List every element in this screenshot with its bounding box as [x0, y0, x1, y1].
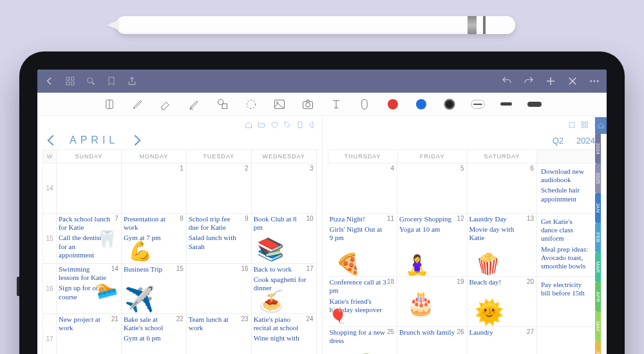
tab-2024[interactable]: 2024	[595, 134, 601, 163]
date-number: 14	[111, 265, 118, 272]
calendar-cell[interactable]: 8Presentation at workGym at 7 pm💪	[122, 214, 187, 264]
calendar-row: 14123	[43, 163, 317, 214]
text-tool-icon[interactable]	[329, 97, 343, 111]
folder-icon[interactable]	[258, 120, 265, 130]
calendar-cell[interactable]: 7Pack school lunch for KatieCall the den…	[57, 214, 122, 264]
search-icon[interactable]	[85, 75, 97, 87]
sticker: 🍿	[475, 252, 501, 276]
calendar-cell[interactable]: 19🎂	[397, 277, 468, 327]
calendar-entry: Katie's piano recital at school	[254, 315, 314, 332]
tab-jan[interactable]: JAN	[595, 193, 601, 223]
calendar-cell[interactable]	[57, 163, 122, 214]
calendar-entry: Bake sale at Katie's school	[124, 315, 184, 332]
tab-mar[interactable]: MAR	[595, 252, 601, 282]
calendar-cell[interactable]: 27Laundry	[468, 327, 538, 354]
lasso-tool-icon[interactable]	[244, 97, 258, 111]
calendar-entry: Gym at 6 pm	[124, 334, 184, 342]
color-black[interactable]	[442, 97, 457, 111]
notes-cell[interactable]	[537, 327, 601, 354]
grid-icon[interactable]	[64, 75, 76, 87]
share-icon[interactable]	[126, 75, 138, 87]
calendar-cell[interactable]: 20Beach day!🌞	[468, 277, 538, 327]
page-nav-right	[328, 120, 602, 130]
apps-icon[interactable]	[581, 120, 589, 130]
stroke-thin[interactable]	[471, 97, 485, 111]
date-number: 18	[387, 278, 394, 285]
page-icon[interactable]	[296, 120, 304, 130]
tab-apr[interactable]: APR	[595, 282, 601, 312]
link-tool-icon[interactable]	[357, 97, 372, 111]
pen-tool-icon[interactable]	[131, 97, 145, 111]
date-number: 21	[111, 315, 118, 322]
calendar-cell[interactable]: 6	[468, 163, 538, 214]
calendar-cell[interactable]: 2	[187, 163, 252, 214]
eraser-tool-icon[interactable]	[159, 97, 173, 111]
calendar-cell[interactable]: 3	[252, 163, 317, 214]
calendar-cell[interactable]: 21New project at work	[57, 314, 122, 354]
date-number: 12	[457, 215, 464, 222]
notes-cell[interactable]: Get Katie's dance class uniformMeal prep…	[537, 214, 601, 277]
stroke-med[interactable]	[499, 97, 513, 111]
calendar-cell[interactable]: 17Back to workCook spaghetti for dinner🍝	[252, 264, 317, 314]
calendar-entry: New project at work	[59, 315, 119, 332]
calendar-cell[interactable]: 16	[187, 264, 252, 314]
calendar-cell[interactable]: 15Business Trip✈️	[122, 264, 187, 314]
more-icon[interactable]	[589, 75, 600, 87]
calendar-cell[interactable]: 24Katie's piano recital at schoolWine ni…	[252, 314, 317, 354]
bookmark-icon[interactable]	[106, 75, 117, 87]
calendar-entry: Laundry Day	[469, 215, 535, 223]
sticker: 🦷	[97, 229, 117, 249]
calendar-cell[interactable]: 1	[122, 163, 187, 214]
tab-2025[interactable]: 2025	[595, 163, 601, 193]
notes-cell[interactable]: Download new audiobookSchedule hair appo…	[537, 163, 601, 214]
image-tool-icon[interactable]	[272, 97, 287, 111]
prev-month-icon[interactable]	[48, 135, 59, 146]
date-number: 13	[527, 215, 534, 222]
svg-point-5	[591, 80, 592, 82]
calendar-cell[interactable]: 9School trip fee due for KatieSalad lunc…	[187, 214, 252, 264]
add-icon[interactable]	[545, 75, 556, 87]
close-icon[interactable]	[567, 75, 578, 87]
screen: APRIL W SUNDAY MONDAY TUESDAY WEDNESDAY …	[37, 70, 607, 354]
tag-icon[interactable]	[283, 120, 291, 130]
camera-tool-icon[interactable]	[301, 97, 315, 111]
home-icon[interactable]	[245, 120, 252, 130]
notebook-icon[interactable]	[102, 97, 117, 111]
calendar-cell[interactable]: 5	[397, 163, 468, 214]
chart-icon[interactable]	[309, 120, 317, 130]
next-month-icon[interactable]	[130, 135, 141, 146]
calendar-row: 1721New project at work22Bake sale at Ka…	[43, 314, 317, 354]
calendar-cell[interactable]: 12Grocery ShoppingYoga at 10 am🧘‍♀️	[397, 214, 468, 277]
calendar-cell[interactable]: 13Laundry DayMovie day with Katie🍿	[468, 214, 538, 277]
calendar-entry: Laundry	[469, 328, 535, 337]
heart-icon[interactable]	[270, 120, 278, 130]
tab-jun[interactable]: JUN	[595, 341, 601, 354]
stroke-thick[interactable]	[527, 97, 542, 111]
tab-may[interactable]: MAY	[595, 312, 601, 341]
color-red[interactable]	[386, 97, 400, 111]
calendar-entry: Book Club at 8 pm	[254, 215, 314, 232]
calendar-cell[interactable]: 10Book Club at 8 pm📚	[252, 214, 317, 264]
undo-icon[interactable]	[501, 75, 513, 87]
tab-feb[interactable]: FEB	[595, 223, 601, 252]
calendar-cell[interactable]: 22Bake sale at Katie's schoolGym at 6 pm	[122, 314, 187, 354]
shapes-tool-icon[interactable]	[216, 97, 230, 111]
calendar-cell[interactable]: 26Brunch with family	[397, 327, 468, 354]
day-header-right: THURSDAY FRIDAY SATURDAY	[328, 149, 602, 163]
notes-cell[interactable]: Pay electricity bill before 15th🌱	[537, 277, 601, 327]
redo-icon[interactable]	[523, 75, 535, 87]
calendar-cell[interactable]: 25Shopping for a new dress	[328, 327, 398, 354]
calendar-cell[interactable]: 23Team lunch at work	[187, 314, 252, 354]
note-entry: Download new audiobook	[541, 167, 597, 184]
calendar-cell[interactable]: 4	[328, 163, 398, 214]
highlighter-tool-icon[interactable]	[187, 97, 202, 111]
back-icon[interactable]	[44, 75, 55, 87]
calendar-cell[interactable]: 11Pizza Night!Girls' Night Out at 9 pm🍕	[328, 214, 398, 277]
calendar-cell[interactable]: 14Swimming lessons for KatieSign up for …	[57, 264, 122, 314]
template-icon[interactable]	[568, 120, 576, 130]
day-tuesday: TUESDAY	[187, 149, 252, 163]
color-blue[interactable]	[414, 97, 428, 111]
calendar-cell[interactable]: 18Conference call at 3 pmKatie's friend'…	[328, 277, 398, 327]
svg-rect-18	[582, 122, 585, 125]
tab-home[interactable]	[595, 117, 607, 134]
